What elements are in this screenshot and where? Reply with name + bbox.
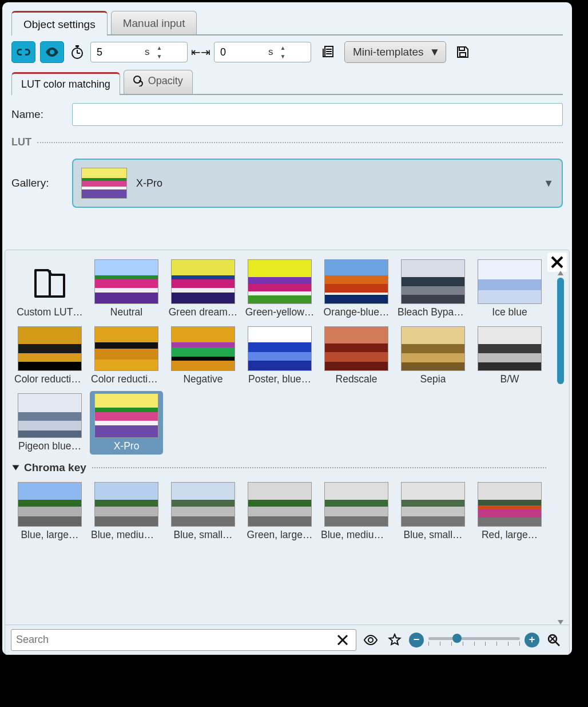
gallery-item-label: Color reduction… [14, 373, 85, 385]
tab-object-settings[interactable]: Object settings [11, 11, 108, 35]
duration-up[interactable]: ▲ [156, 44, 164, 52]
gallery-item-label: Bleach Bypass… [398, 306, 468, 318]
offset-up[interactable]: ▲ [279, 44, 287, 52]
object-settings-panel: Object settings Manual input s ▲▼ ⇤⇥ s ▲… [2, 2, 572, 655]
chroma-item-red-large[interactable]: Red, large… [473, 480, 546, 543]
chroma-item-blue-small2[interactable]: Blue, small… [396, 480, 470, 543]
magnifier-icon [547, 633, 561, 647]
gallery-item-green-yellow[interactable]: Green-yellow… [243, 257, 316, 321]
gallery-item-color-red-b[interactable]: Color reduction… [90, 324, 163, 388]
gallery-item-custom[interactable]: Custom LUT… [13, 257, 86, 321]
gallery-selected-label: X-Pro [136, 177, 162, 189]
scrollbar[interactable] [557, 278, 565, 618]
tab-manual-input[interactable]: Manual input [111, 11, 197, 34]
zoom-out-button[interactable]: − [409, 633, 424, 647]
zoom-in-button[interactable]: + [525, 633, 539, 647]
gallery-item-pigeon[interactable]: Pigeon blue… [13, 391, 86, 455]
chroma-item-blue-large[interactable]: Blue, large… [13, 480, 86, 543]
gallery-item-label: Blue, medium… [91, 529, 162, 541]
zoom-reset-button[interactable] [544, 630, 563, 650]
gallery-item-label: Green, large… [247, 529, 313, 541]
gallery-item-neutral[interactable]: Neutral [90, 257, 163, 321]
opacity-label: Opacity [148, 75, 183, 87]
mini-templates-label: Mini-templates [353, 46, 424, 58]
offset-input[interactable] [219, 46, 265, 59]
gallery-popup: Custom LUT… Neutral Green dream… Green-y… [5, 250, 570, 655]
gallery-item-redscale[interactable]: Redscale [320, 324, 393, 388]
chroma-item-blue-small[interactable]: Blue, small… [166, 480, 240, 543]
svg-rect-10 [460, 53, 466, 57]
duration-input[interactable] [96, 46, 141, 59]
eye-icon [363, 635, 378, 645]
gallery-item-label: Redscale [336, 373, 378, 385]
tab-opacity[interactable]: Opacity [124, 70, 193, 94]
link-toggle-button[interactable] [11, 41, 35, 63]
gallery-item-label: Pigeon blue… [18, 440, 81, 452]
offset-unit: s [268, 46, 273, 58]
chroma-section-header[interactable]: Chroma key [13, 461, 546, 474]
gallery-item-color-red-a[interactable]: Color reduction… [13, 324, 86, 388]
chroma-item-blue-med2[interactable]: Blue, medium… [320, 480, 393, 543]
svg-line-17 [555, 642, 559, 646]
svg-rect-1 [76, 45, 79, 47]
sub-tab-bar: LUT color matching Opacity [11, 69, 563, 95]
gallery-item-ice[interactable]: Ice blue [473, 257, 546, 321]
name-label: Name: [11, 108, 63, 121]
chroma-header-label: Chroma key [24, 461, 86, 474]
gallery-item-label: Orange-blue… [324, 306, 390, 318]
close-button[interactable] [547, 252, 567, 272]
gallery-item-label: Blue, small… [403, 529, 462, 541]
gallery-bottom-bar: − + [5, 625, 569, 654]
star-icon [388, 633, 402, 647]
offset-field[interactable]: s ▲▼ [214, 42, 311, 62]
zoom-slider[interactable] [428, 631, 520, 649]
scrollbar-thumb[interactable] [557, 278, 564, 384]
gallery-item-label: Custom LUT… [17, 306, 83, 318]
gallery-item-bleach[interactable]: Bleach Bypass… [396, 257, 470, 321]
gallery-label: Gallery: [11, 177, 63, 189]
lut-section-header: LUT [11, 136, 563, 148]
name-row: Name: [11, 103, 563, 126]
gallery-item-label: Negative [183, 373, 223, 385]
svg-point-11 [134, 76, 141, 83]
gallery-item-label: Blue, small… [173, 529, 232, 541]
gallery-item-xpro[interactable]: X-Pro [90, 391, 163, 455]
mini-templates-dropdown[interactable]: Mini-templates ▼ [344, 41, 446, 63]
gallery-item-sepia[interactable]: Sepia [396, 324, 470, 388]
search-input[interactable] [15, 633, 333, 646]
gallery-item-negative[interactable]: Negative [166, 324, 240, 388]
clear-search-button[interactable] [333, 630, 352, 650]
save-icon[interactable] [451, 41, 475, 63]
gallery-selected-thumb [81, 168, 127, 199]
gallery-item-bw[interactable]: B/W [473, 324, 546, 388]
duration-field[interactable]: s ▲▼ [90, 42, 188, 62]
tab-lut[interactable]: LUT color matching [11, 72, 120, 95]
gallery-item-poster[interactable]: Poster, blue… [243, 324, 316, 388]
layout-icon[interactable] [316, 41, 340, 63]
chroma-item-green-large[interactable]: Green, large… [243, 480, 316, 543]
gallery-item-green-dream[interactable]: Green dream… [166, 257, 240, 321]
visibility-toggle-button[interactable] [40, 41, 64, 63]
gallery-dropdown[interactable]: X-Pro ▼ [72, 159, 563, 208]
gallery-item-label: X-Pro [114, 440, 140, 452]
gallery-item-label: Neutral [110, 306, 142, 318]
gallery-item-orange-blue[interactable]: Orange-blue… [320, 257, 393, 321]
gallery-item-label: Green-yellow… [245, 306, 315, 318]
favorite-toggle[interactable] [385, 630, 404, 650]
gallery-item-label: Blue, medium… [321, 529, 392, 541]
close-icon [337, 634, 348, 646]
preview-toggle[interactable] [361, 630, 380, 650]
top-tab-bar: Object settings Manual input [11, 7, 563, 35]
gallery-item-label: Sepia [420, 373, 446, 385]
toolbar: s ▲▼ ⇤⇥ s ▲▼ Mini-templates ▼ [11, 41, 563, 63]
svg-rect-9 [459, 47, 464, 50]
search-box[interactable] [11, 629, 356, 651]
chevron-down-icon: ▼ [543, 177, 554, 189]
name-input[interactable] [72, 103, 563, 126]
duration-unit: s [145, 46, 150, 58]
gallery-item-label: B/W [500, 373, 519, 385]
duration-down[interactable]: ▼ [156, 53, 164, 61]
offset-down[interactable]: ▼ [279, 53, 287, 61]
gallery-item-label: Blue, large… [21, 529, 78, 541]
chroma-item-blue-med[interactable]: Blue, medium… [90, 480, 163, 543]
